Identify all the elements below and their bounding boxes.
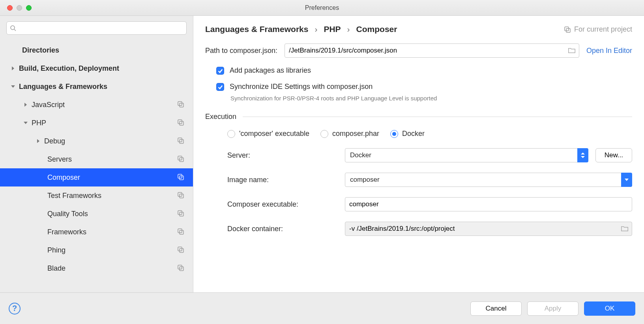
titlebar: Preferences (0, 0, 644, 16)
new-server-button[interactable]: New... (595, 148, 632, 162)
settings-tree: Directories Build, Execution, Deployment… (0, 39, 193, 280)
sidebar-item-blade[interactable]: Blade (0, 259, 193, 277)
radio-composer-phar[interactable]: composer.phar (320, 130, 379, 138)
image-label: Image name: (227, 176, 338, 184)
sidebar-item-directories[interactable]: Directories (0, 41, 193, 59)
image-combo[interactable]: composer (345, 173, 632, 187)
updown-icon (577, 148, 588, 162)
chevron-down-icon (9, 84, 17, 89)
sidebar-item-build[interactable]: Build, Execution, Deployment (0, 59, 193, 77)
radio-composer-phar-label: composer.phar (332, 130, 379, 138)
sidebar-item-servers[interactable]: Servers (0, 150, 193, 168)
sync-checkbox[interactable] (216, 83, 224, 91)
radio-composer-exec-label: 'composer' executable (239, 130, 309, 138)
project-scope-icon (177, 191, 184, 200)
project-scope-icon (177, 119, 184, 128)
search-input[interactable] (6, 21, 187, 35)
project-scope-icon (177, 155, 184, 164)
radio-composer-exec[interactable]: 'composer' executable (227, 130, 309, 138)
sidebar: Directories Build, Execution, Deployment… (0, 16, 193, 292)
chevron-right-icon (35, 139, 42, 143)
breadcrumb-langfw[interactable]: Languages & Frameworks (205, 24, 308, 34)
project-scope-icon (177, 246, 184, 255)
project-scope-icon (177, 100, 184, 109)
composer-exec-input[interactable] (345, 197, 632, 211)
sidebar-item-test-frameworks[interactable]: Test Frameworks (0, 186, 193, 205)
path-input[interactable] (285, 43, 579, 58)
sync-label: Synchronize IDE Settings with composer.j… (230, 83, 373, 91)
project-scope-icon (177, 137, 184, 146)
content-panel: Languages & Frameworks › PHP › Composer … (193, 16, 644, 292)
breadcrumb: Languages & Frameworks › PHP › Composer (205, 24, 564, 34)
window-title: Preferences (0, 4, 644, 11)
cancel-button[interactable]: Cancel (470, 301, 522, 316)
radio-docker[interactable]: Docker (390, 130, 425, 138)
chevron-right-icon (22, 102, 29, 107)
add-packages-checkbox[interactable] (216, 67, 224, 75)
folder-open-icon[interactable] (620, 224, 629, 233)
sidebar-item-php[interactable]: PHP (0, 114, 193, 132)
docker-container-input[interactable] (345, 222, 632, 236)
add-packages-label: Add packages as libraries (230, 66, 311, 75)
sidebar-item-javascript[interactable]: JavaScript (0, 96, 193, 114)
project-scope-icon (564, 26, 571, 33)
scope-label: For current project (574, 25, 632, 34)
apply-button[interactable]: Apply (527, 301, 578, 316)
server-select[interactable]: Docker (345, 148, 588, 162)
project-scope-icon (177, 264, 184, 273)
chevron-right-icon: › (347, 24, 350, 34)
chevron-down-icon (621, 173, 632, 187)
execution-header: Execution (205, 113, 236, 121)
sidebar-item-frameworks[interactable]: Frameworks (0, 223, 193, 241)
sidebar-item-phing[interactable]: Phing (0, 241, 193, 259)
radio-docker-label: Docker (402, 130, 425, 138)
docker-container-label: Docker container: (227, 225, 338, 233)
chevron-down-icon (22, 121, 29, 125)
path-label: Path to composer.json: (205, 47, 277, 55)
ok-button[interactable]: OK (584, 301, 635, 316)
open-in-editor-link[interactable]: Open In Editor (586, 47, 632, 55)
sidebar-item-langfw[interactable]: Languages & Frameworks (0, 77, 193, 96)
sync-hint: Synchronization for PSR-0/PSR-4 roots an… (216, 95, 632, 102)
composer-exec-label: Composer executable: (227, 200, 338, 209)
help-button[interactable]: ? (9, 303, 21, 315)
folder-open-icon[interactable] (567, 46, 576, 55)
footer: ? Cancel Apply OK (0, 292, 644, 324)
sidebar-item-quality-tools[interactable]: Quality Tools (0, 205, 193, 223)
breadcrumb-composer: Composer (356, 24, 397, 34)
sidebar-item-debug[interactable]: Debug (0, 132, 193, 150)
scope-badge: For current project (564, 25, 632, 34)
chevron-right-icon: › (315, 24, 317, 34)
project-scope-icon (177, 209, 184, 219)
project-scope-icon (177, 173, 184, 182)
divider (243, 117, 632, 117)
project-scope-icon (177, 228, 184, 237)
sidebar-item-composer[interactable]: Composer (0, 168, 193, 186)
server-label: Server: (227, 151, 338, 160)
chevron-right-icon (9, 66, 17, 71)
breadcrumb-php[interactable]: PHP (324, 24, 341, 34)
